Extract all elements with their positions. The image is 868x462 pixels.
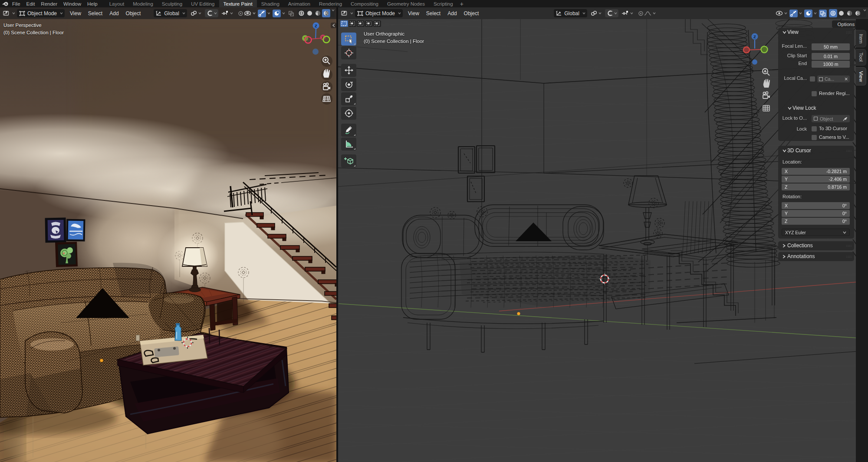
svg-text:Z: Z (315, 23, 317, 28)
svg-text:Z: Z (753, 34, 756, 39)
